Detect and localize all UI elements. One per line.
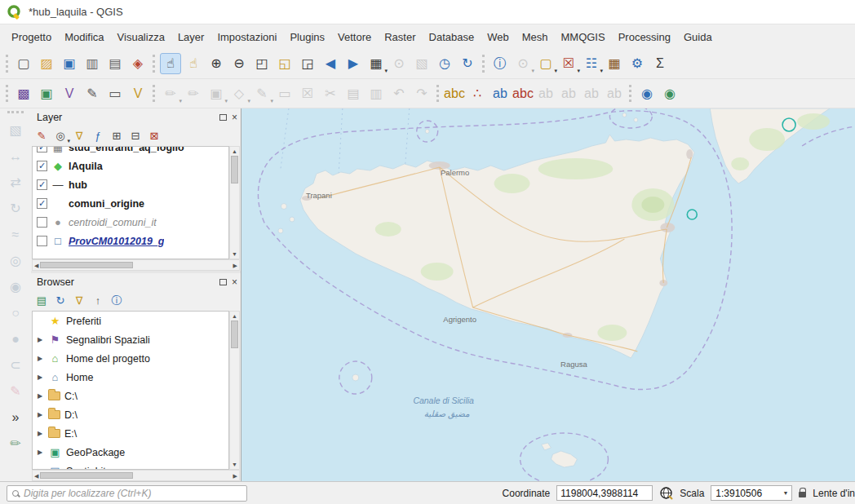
rotate-feature-button[interactable]: ↻ [5,198,26,219]
menu-web[interactable]: Web [481,28,516,46]
combo-arrow-icon[interactable]: ▼ [779,490,791,496]
open-attribute-table-button[interactable]: ☷▾ [581,53,602,74]
toggle-editing-button[interactable]: ✏ [183,83,204,104]
field-calculator-button[interactable]: ▦ [604,53,625,74]
zoom-to-selection-button[interactable]: ◱ [274,53,295,74]
toolbar-grip[interactable] [153,85,156,102]
label-properties-button[interactable]: ab [604,83,625,104]
pin-labels-button[interactable]: ab [490,83,511,104]
menu-modifica[interactable]: Modifica [58,28,110,46]
expand-arrow-icon[interactable]: ▶ [36,355,44,362]
menu-processing[interactable]: Processing [612,28,677,46]
offset-curve-button[interactable]: ⊂ [5,355,26,376]
run-feature-action-button[interactable]: ⊙▾ [512,53,534,74]
layer-visibility-checkbox[interactable]: ✓ [37,198,47,209]
layer-list-vertical-scrollbar[interactable]: ▲ ▼ [229,146,240,259]
open-styling-panel-button[interactable]: ✎ [33,127,51,144]
menu-raster[interactable]: Raster [378,28,422,46]
new-3d-map-view-button[interactable]: ▧ [411,53,432,74]
add-selected-layers-button[interactable]: ▤ [33,292,51,309]
toolbar-grip[interactable] [153,55,156,73]
browser-item-segnalibri-spaziali[interactable]: ▶ ⚑ Segnalibri Spaziali [33,330,228,349]
move-label-button[interactable]: ab [535,83,556,104]
undo-button[interactable]: ↶ [388,83,410,104]
layer-item-laquila[interactable]: ✓ ◆ lAquila [33,157,228,175]
cad-tools-button[interactable]: ▧ [5,120,26,141]
modify-attributes-button[interactable]: ▭ [274,83,295,104]
menu-progetto[interactable]: Progetto [5,28,58,46]
close-panel-icon[interactable]: × [232,113,237,122]
web-resources-button[interactable]: ◉ [659,83,680,104]
toolbar-grip[interactable] [6,55,9,73]
highlight-pinned-labels-button[interactable]: abc [512,83,534,104]
browser-item-spatialite[interactable]: ▶ ▣ SpatiaLite [33,462,228,470]
scrollbar-thumb[interactable] [231,156,238,183]
vertex-tool-button[interactable]: ✎▾ [251,83,272,104]
scroll-right-icon[interactable]: ▶ [232,471,239,480]
refresh-map-button[interactable]: ↻ [457,53,478,74]
menu-layer[interactable]: Layer [171,28,211,46]
browser-item-drive-e[interactable]: ▶ E:\ [33,424,228,443]
browser-vertical-scrollbar[interactable]: ▲ ▼ [229,311,240,470]
expand-arrow-icon[interactable]: ▶ [36,430,44,437]
scrollbar-thumb[interactable] [40,262,133,268]
expand-arrow-icon[interactable]: ▶ [36,449,44,456]
zoom-native-button[interactable]: ⊙ [388,53,410,74]
more-tools-button[interactable]: » [5,407,26,428]
coordinate-input[interactable] [556,485,653,501]
refresh-browser-button[interactable]: ↻ [51,292,69,309]
current-edits-button[interactable]: ✏▾ [160,83,181,104]
filter-browser-button[interactable]: ∇ [70,292,88,309]
browser-item-home[interactable]: ▶ ⌂ Home [33,368,228,387]
extent-globe-icon[interactable] [659,486,673,500]
layer-visibility-checkbox[interactable] [37,217,47,228]
expand-arrow-icon[interactable]: ▶ [36,392,44,400]
menu-impostazioni[interactable]: Impostazioni [210,28,283,46]
zoom-full-button[interactable]: ◰ [251,53,272,74]
filter-legend-button[interactable]: ∇ [70,127,88,144]
fill-ring-button[interactable]: ◉ [5,276,26,298]
statistical-summary-button[interactable]: Σ [649,53,671,74]
move-feature-button[interactable]: ↔ [5,146,26,167]
scrollbar-thumb[interactable] [231,321,238,348]
browser-item-drive-d[interactable]: ▶ D:\ [33,405,228,424]
menu-database[interactable]: Database [423,28,481,46]
add-feature-button[interactable]: ◇▾ [228,83,250,104]
new-print-layout-button[interactable]: ▥ [82,53,103,74]
copy-move-feature-button[interactable]: ⇄ [5,172,26,193]
filter-by-expression-button[interactable]: ƒ [89,127,107,144]
delete-selected-button[interactable]: ☒ [297,83,318,104]
save-layer-edits-button[interactable]: ▣▾ [206,83,227,104]
cut-features-button[interactable]: ✂ [320,83,341,104]
zoom-out-button[interactable]: ⊖ [228,53,250,74]
scroll-down-icon[interactable]: ▼ [230,250,239,259]
locator-input[interactable] [24,488,241,499]
browser-item-home-del-progetto[interactable]: ▶ ⌂ Home del progetto [33,349,228,368]
manage-map-themes-button[interactable]: ◎▾ [51,127,69,144]
rotate-label-button[interactable]: ab [558,83,579,104]
reshape-features-button[interactable]: ✎ [5,381,26,402]
new-temporary-scratch-layer-button[interactable]: V [127,83,148,104]
browser-item-geopackage[interactable]: ▶ ▣ GeoPackage [33,443,228,462]
layer-item-provcm01012019[interactable]: □ ProvCM01012019_g [33,232,228,250]
scale-lock-icon[interactable] [799,492,806,497]
float-panel-icon[interactable] [219,279,227,285]
browser-properties-button[interactable]: ⓘ [108,292,126,309]
new-virtual-layer-button[interactable]: ▭ [104,83,126,104]
processing-toolbox-button[interactable]: ⚙ [627,53,648,74]
temporal-controller-button[interactable]: ◷ [434,53,455,74]
menu-mmqgis[interactable]: MMQGIS [554,28,611,46]
paste-features-button[interactable]: ▥ [365,83,387,104]
data-source-manager-button[interactable]: ▩ [13,83,34,104]
browser-item-drive-c[interactable]: ▶ C:\ [33,387,228,405]
new-shapefile-layer-button[interactable]: V [59,83,80,104]
layer-item-hub[interactable]: ✓ — hub [33,175,228,194]
layer-visibility-checkbox[interactable] [37,236,47,246]
zoom-next-button[interactable]: ▶ [343,53,364,74]
expand-all-button[interactable]: ⊞ [108,127,126,144]
layer-visibility-checkbox[interactable]: ✓ [37,161,47,171]
pan-map-button[interactable]: ☝ [160,53,181,74]
layer-labeling-button[interactable]: abc [444,83,465,104]
scroll-down-icon[interactable]: ▼ [230,460,239,469]
collapse-all-button[interactable]: ⊟ [126,127,144,144]
